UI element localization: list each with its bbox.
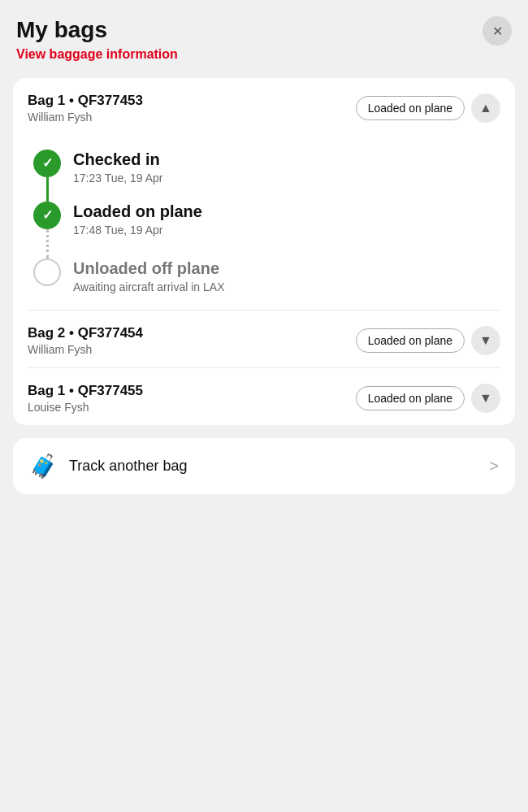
status-badge-3: Loaded on plane xyxy=(356,386,465,410)
page-container: My bags View baggage information ✕ Bag 1… xyxy=(0,0,528,812)
expand-button-3[interactable]: ▼ xyxy=(471,384,500,413)
timeline-left-2: ✓ xyxy=(29,202,65,258)
close-button[interactable]: ✕ xyxy=(483,16,512,46)
loaded-time: 17:48 Tue, 19 Apr xyxy=(73,224,499,237)
checked-in-time: 17:23 Tue, 19 Apr xyxy=(73,172,499,185)
expand-button-2[interactable]: ▼ xyxy=(471,326,500,355)
page-title: My bags xyxy=(16,16,178,44)
loaded-content: Loaded on plane 17:48 Tue, 19 Apr xyxy=(65,202,499,251)
timeline-item-checked-in: ✓ Checked in 17:23 Tue, 19 Apr xyxy=(29,150,499,202)
bags-card: Bag 1 • QF377453 William Fysh Loaded on … xyxy=(13,78,515,425)
timeline-left-1: ✓ xyxy=(29,150,65,202)
bag-owner-1: William Fysh xyxy=(28,111,143,124)
luggage-icon: 🧳 xyxy=(29,453,58,480)
bag-header-right-2: Loaded on plane ▼ xyxy=(356,326,500,355)
unloaded-time: Awaiting aircraft arrival in LAX xyxy=(73,280,499,293)
bag-row-2: Bag 2 • QF377454 William Fysh Loaded on … xyxy=(13,310,515,367)
expand-button-1[interactable]: ▲ xyxy=(471,93,500,123)
bag-title-2: Bag 2 • QF377454 xyxy=(28,325,143,341)
track-bag-left: 🧳 Track another bag xyxy=(29,453,187,480)
chevron-right-icon: > xyxy=(489,457,499,475)
unloaded-label: Unloaded off plane xyxy=(73,258,499,278)
chevron-down-icon-3: ▼ xyxy=(479,391,492,406)
timeline-item-loaded: ✓ Loaded on plane 17:48 Tue, 19 Apr xyxy=(29,202,499,258)
bag-header-right-3: Loaded on plane ▼ xyxy=(356,384,500,413)
close-icon: ✕ xyxy=(492,24,503,39)
timeline-left-3 xyxy=(29,258,65,286)
bag-header-1: Bag 1 • QF377453 William Fysh Loaded on … xyxy=(28,93,500,124)
track-bag-label: Track another bag xyxy=(69,458,187,475)
bag-header-2: Bag 2 • QF377454 William Fysh Loaded on … xyxy=(28,325,500,356)
bag-header-3: Bag 1 • QF377455 Louise Fysh Loaded on p… xyxy=(28,383,500,414)
status-badge-2: Loaded on plane xyxy=(356,328,465,353)
unloaded-content: Unloaded off plane Awaiting aircraft arr… xyxy=(65,258,499,302)
checked-in-content: Checked in 17:23 Tue, 19 Apr xyxy=(65,150,499,199)
header: My bags View baggage information ✕ xyxy=(13,16,515,62)
unloaded-icon xyxy=(33,258,61,286)
chevron-down-icon-2: ▼ xyxy=(479,333,492,348)
header-left: My bags View baggage information xyxy=(16,16,178,62)
bag-row-1: Bag 1 • QF377453 William Fysh Loaded on … xyxy=(13,78,515,135)
bag-info-2: Bag 2 • QF377454 William Fysh xyxy=(28,325,143,356)
bag-info-3: Bag 1 • QF377455 Louise Fysh xyxy=(28,383,143,414)
chevron-up-icon: ▲ xyxy=(479,101,492,115)
connector-2 xyxy=(46,229,49,258)
connector-1 xyxy=(46,177,49,202)
track-another-bag-card[interactable]: 🧳 Track another bag > xyxy=(13,438,515,494)
status-badge-1: Loaded on plane xyxy=(356,96,465,120)
bag-1-timeline: ✓ Checked in 17:23 Tue, 19 Apr ✓ xyxy=(13,135,515,310)
loaded-label: Loaded on plane xyxy=(73,202,499,221)
loaded-icon: ✓ xyxy=(33,202,61,229)
bag-title-1: Bag 1 • QF377453 xyxy=(28,93,143,109)
bag-header-right-1: Loaded on plane ▲ xyxy=(356,93,500,123)
view-baggage-link[interactable]: View baggage information xyxy=(16,47,178,62)
bag-owner-2: William Fysh xyxy=(28,343,143,356)
checked-in-label: Checked in xyxy=(73,150,499,169)
bag-owner-3: Louise Fysh xyxy=(28,401,143,414)
timeline-item-unloaded: Unloaded off plane Awaiting aircraft arr… xyxy=(29,258,499,302)
bag-row-3: Bag 1 • QF377455 Louise Fysh Loaded on p… xyxy=(13,368,515,425)
bag-title-3: Bag 1 • QF377455 xyxy=(28,383,143,399)
bag-info-1: Bag 1 • QF377453 William Fysh xyxy=(28,93,143,124)
checked-in-icon: ✓ xyxy=(33,150,61,177)
